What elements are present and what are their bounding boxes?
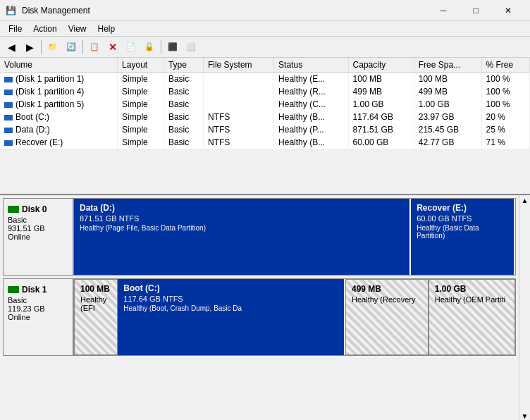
maximize-button[interactable]: □ [460, 0, 492, 21]
titlebar-left: 💾 Disk Management [6, 6, 90, 16]
partition-block-1-3[interactable]: 1.00 GB Healthy (OEM Partiti [429, 279, 515, 355]
forward-button[interactable]: ▶ [21, 39, 38, 56]
table-cell-0-0: (Disk 1 partition 1) [0, 73, 118, 86]
table-row[interactable]: (Disk 1 partition 1)SimpleBasicHealthy (… [0, 73, 530, 86]
partition-block-1-1[interactable]: Boot (C:) 117.64 GB NTFS Healthy (Boot, … [118, 279, 345, 355]
refresh-button[interactable]: 🔄 [63, 39, 80, 56]
table-header-row: Volume Layout Type File System Status Ca… [0, 58, 530, 73]
table-cell-3-5: 117.64 GB [348, 111, 414, 123]
table-cell-3-4: Healthy (B... [274, 111, 348, 123]
menu-help[interactable]: Help [92, 23, 121, 35]
table-cell-4-4: Healthy (P... [274, 123, 348, 136]
table-cell-1-5: 499 MB [348, 85, 414, 98]
part-name-1-1: Boot (C:) [123, 283, 338, 293]
connect-button[interactable]: 📋 [86, 39, 103, 56]
table-cell-5-5: 60.00 GB [348, 136, 414, 149]
format-button[interactable]: 📄 [123, 39, 140, 56]
disk-button[interactable]: 🔓 [141, 39, 158, 56]
part-name-0-1: Recover (E:) [417, 203, 508, 213]
table-cell-3-1: Simple [118, 111, 164, 123]
table-cell-0-4: Healthy (E... [274, 73, 348, 86]
disk-green-icon-0 [8, 206, 19, 213]
close-button[interactable]: ✕ [492, 0, 524, 21]
table-cell-0-7: 100 % [481, 73, 529, 86]
table-cell-4-0: Data (D:) [0, 123, 118, 136]
table-cell-1-4: Healthy (R... [274, 85, 348, 98]
part-size-1-2: Healthy (Recovery [352, 295, 422, 304]
main-content: Volume Layout Type File System Status Ca… [0, 58, 530, 420]
partition-block-1-2[interactable]: 499 MB Healthy (Recovery [345, 279, 429, 355]
table-cell-2-4: Healthy (C... [274, 98, 348, 111]
menu-view[interactable]: View [63, 23, 92, 35]
volume-table-container: Volume Layout Type File System Status Ca… [0, 58, 530, 195]
disk-status-1: Online [8, 313, 68, 321]
part-status-1-1: Healthy (Boot, Crash Dump, Basic Da [123, 304, 338, 312]
table-cell-2-1: Simple [118, 98, 164, 111]
volume-table: Volume Layout Type File System Status Ca… [0, 58, 530, 149]
col-capacity: Capacity [348, 58, 414, 73]
disk-name-0: Disk 0 [22, 204, 47, 214]
disk-name-icon-0: Disk 0 [8, 204, 68, 214]
disk-type-1: Basic [8, 296, 68, 304]
table-row[interactable]: Boot (C:)SimpleBasicNTFSHealthy (B...117… [0, 111, 530, 123]
window-title: Disk Management [22, 6, 90, 16]
table-cell-2-7: 100 % [481, 98, 529, 111]
extra-button[interactable]: ⬜ [183, 39, 199, 56]
table-cell-2-5: 1.00 GB [348, 98, 414, 111]
table-row[interactable]: Recover (E:)SimpleBasicNTFSHealthy (B...… [0, 136, 530, 149]
toolbar-separator-2 [82, 40, 83, 54]
table-cell-5-3: NTFS [203, 136, 273, 149]
minimize-button[interactable]: ─ [427, 0, 460, 21]
col-pctfree: % Free [481, 58, 529, 73]
disk-label-1: Disk 1 Basic 119.23 GB Online [4, 279, 74, 355]
disk-size-1: 119.23 GB [8, 304, 68, 313]
disk-partitions-0: Data (D:) 871.51 GB NTFS Healthy (Page F… [74, 199, 515, 275]
scroll-up[interactable]: ▲ [522, 197, 529, 204]
table-cell-4-1: Simple [118, 123, 164, 136]
table-cell-4-5: 871.51 GB [348, 123, 414, 136]
table-cell-1-6: 499 MB [414, 85, 481, 98]
table-cell-4-6: 215.45 GB [414, 123, 481, 136]
disk-name-icon-1: Disk 1 [8, 285, 68, 295]
table-cell-0-3 [203, 73, 273, 86]
table-row[interactable]: (Disk 1 partition 5)SimpleBasicHealthy (… [0, 98, 530, 111]
disk-row-1: Disk 1 Basic 119.23 GB Online 100 MB Hea… [3, 278, 516, 356]
disk-partitions-1: 100 MB Healthy (EFI Boot (C:) 117.64 GB … [74, 279, 515, 355]
table-cell-5-2: Basic [164, 136, 203, 149]
table-cell-2-0: (Disk 1 partition 5) [0, 98, 118, 111]
table-cell-3-2: Basic [164, 111, 203, 123]
drive-icon [4, 140, 13, 146]
titlebar-controls: ─ □ ✕ [427, 0, 524, 21]
partition-block-0-0[interactable]: Data (D:) 871.51 GB NTFS Healthy (Page F… [74, 199, 411, 275]
table-cell-1-3 [203, 85, 273, 98]
table-cell-1-2: Basic [164, 85, 203, 98]
disk-green-icon-1 [8, 286, 19, 293]
partition-block-0-1[interactable]: Recover (E:) 60.00 GB NTFS Healthy (Basi… [411, 199, 515, 275]
disk-row-0: Disk 0 Basic 931.51 GB Online Data (D:) … [3, 198, 516, 276]
table-row[interactable]: Data (D:)SimpleBasicNTFSHealthy (P...871… [0, 123, 530, 136]
table-row[interactable]: (Disk 1 partition 4)SimpleBasicHealthy (… [0, 85, 530, 98]
properties-button[interactable]: 📁 [44, 39, 61, 56]
scroll-down[interactable]: ▼ [522, 412, 529, 420]
part-name-1-2: 499 MB [352, 284, 422, 294]
menu-action[interactable]: Action [27, 23, 62, 35]
table-cell-3-0: Boot (C:) [0, 111, 118, 123]
table-cell-0-6: 100 MB [414, 73, 481, 86]
delete-button[interactable]: ✕ [104, 39, 121, 56]
window-icon: 💾 [6, 6, 16, 16]
menu-file[interactable]: File [3, 23, 27, 35]
drive-icon [4, 115, 13, 121]
disk-type-0: Basic [8, 216, 68, 224]
part-size-1-0: Healthy (EFI [80, 295, 111, 312]
part-status-0-0: Healthy (Page File, Basic Data Partition… [80, 224, 404, 232]
help-button-toolbar[interactable]: ⬛ [164, 39, 181, 56]
scrollbar[interactable]: ▲ ▼ [519, 195, 530, 420]
table-cell-5-0: Recover (E:) [0, 136, 118, 149]
table-cell-2-2: Basic [164, 98, 203, 111]
back-button[interactable]: ◀ [3, 39, 20, 56]
table-cell-5-6: 42.77 GB [414, 136, 481, 149]
disk-status-0: Online [8, 233, 68, 241]
partition-block-1-0[interactable]: 100 MB Healthy (EFI [74, 279, 118, 355]
drive-icon [4, 102, 13, 108]
col-volume: Volume [0, 58, 118, 73]
